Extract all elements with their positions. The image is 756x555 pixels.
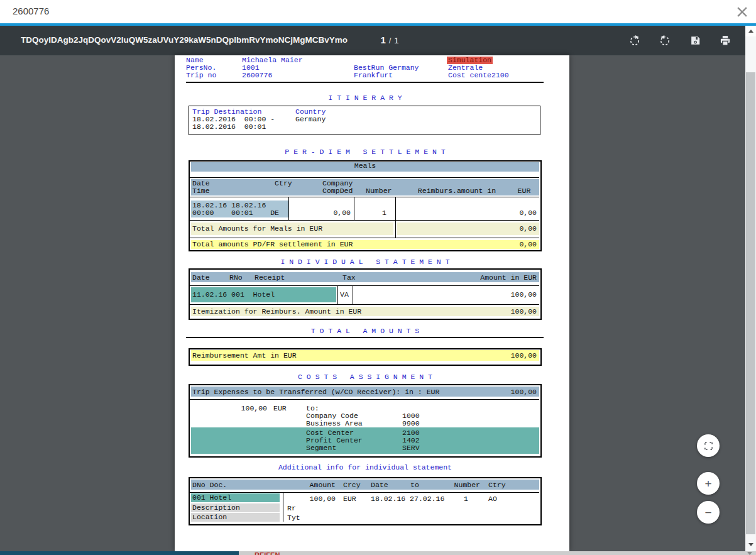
additional-header-band (191, 480, 539, 490)
print-button[interactable] (710, 26, 740, 55)
additional-h-dno: DNo Doc. (192, 481, 227, 489)
rotate-counterclockwise-button[interactable] (650, 26, 680, 55)
filter-icon (747, 552, 752, 555)
costs-field-label-4: Segment (306, 444, 336, 452)
up-arrow-icon (748, 30, 753, 33)
total-meals-label: Total Amounts for Meals in EUR (192, 225, 322, 233)
plus-icon: + (704, 478, 711, 490)
individual-h-rno: RNo (229, 274, 243, 282)
scrollbar-thumb[interactable] (746, 72, 755, 534)
itinerary-date2: 18.02.2016 00:01 (192, 123, 266, 131)
hdr-label-tripno: Trip no (186, 72, 216, 79)
costs-amount: 100,00 (212, 405, 267, 412)
dialog-titlebar: 2600776 (0, 0, 756, 23)
individual-h-amount: Amount in EUR (426, 274, 537, 282)
perdiem-title: P E R - D I E M S E T T L E M E N T (189, 148, 542, 156)
additional-h-number: Number (451, 481, 480, 489)
additional-h-ctry: Ctry (488, 481, 506, 489)
zoom-in-button[interactable]: + (697, 472, 720, 495)
header-rule (186, 82, 544, 83)
individual-h-tax: Tax (342, 274, 356, 282)
hdr-city: Frankfurt (354, 72, 393, 79)
page-total: 1 (394, 36, 398, 45)
fit-to-page-button[interactable] (697, 434, 720, 457)
individual-tax: VA (340, 291, 349, 299)
pdf-filename: TDQoyIDAgb2JqDQovV2luQW5zaUVuY29kaW5nDQp… (21, 35, 348, 45)
background-red-text-fragment: REIFEN (255, 551, 280, 555)
meals-col-border1 (288, 197, 289, 220)
hdr-costcenter: Cost cente2100 (448, 72, 509, 79)
rotate-clockwise-button[interactable] (620, 26, 650, 55)
individual-entry: 11.02.16 001 Hotel (192, 291, 275, 299)
vertical-scrollbar[interactable] (745, 26, 756, 551)
individual-divider1 (190, 285, 539, 286)
additional-amount: 100,00 (285, 495, 336, 503)
additional-location-label: Location (192, 514, 227, 521)
meals-divider1 (190, 177, 539, 178)
additional-doc: 001 Hotel (192, 494, 231, 502)
individual-amount: 100,00 (464, 291, 537, 299)
additional-number: 1 (445, 495, 468, 503)
itinerary-country: Germany (295, 116, 326, 123)
individual-h-date: Date (192, 274, 210, 282)
additional-crcy: EUR (343, 495, 356, 503)
reimbursement-value: 100,00 (464, 352, 537, 360)
hdr-value-tripno: 2600776 (242, 72, 272, 79)
additional-description-value: Rr (287, 505, 296, 512)
costs-header-value: 100,00 (464, 388, 537, 396)
additional-col-border (283, 492, 283, 522)
meals-col-border3 (395, 197, 396, 220)
down-arrow-icon (748, 543, 753, 546)
scrollbar-up-button[interactable] (745, 26, 756, 36)
costs-header-label: Trip Expenses to be Transferred (w/CO Re… (192, 388, 439, 396)
meals-compded-value: 0,00 (294, 209, 351, 217)
close-icon[interactable] (737, 6, 748, 18)
additional-location-value: Tyt (287, 514, 300, 522)
save-button[interactable] (680, 26, 710, 55)
background-app-strip: REIFEN (0, 551, 756, 555)
scrollbar-down-button[interactable] (745, 539, 756, 550)
additional-title: Additional info for individual statement (189, 464, 542, 471)
page-indicator: 1/1 (352, 35, 427, 45)
additional-h-date: Date (371, 481, 388, 489)
rotate-clockwise-icon (628, 35, 641, 47)
additional-h-amount: Amount (285, 481, 336, 489)
total-pdfr-label: Total amounts PD/FR settlement in EUR (192, 241, 353, 248)
meals-band: Meals (191, 162, 539, 172)
minus-icon: − (704, 507, 711, 519)
meals-header-line2: Time CompDed Number Reimburs.amount in E… (192, 187, 530, 195)
individual-title: I N D I V I D U A L S T A T E M E N T (189, 258, 542, 266)
individual-divider2 (190, 304, 539, 305)
itinerary-title: I T I N E R A R Y (189, 94, 542, 102)
pdf-toolbar: TDQoyIDAgb2JqDQovV2luQW5zaUVuY29kaW5nDQp… (0, 26, 745, 55)
meals-divider4 (190, 238, 539, 238)
costs-field-value-1: 9900 (402, 420, 420, 427)
total-meals-value: 0,00 (464, 225, 537, 233)
background-navy-bar (0, 551, 239, 555)
zoom-out-button[interactable]: − (697, 501, 720, 524)
additional-divider (190, 492, 539, 493)
totals-rule (186, 337, 544, 338)
costs-currency: EUR (273, 405, 287, 412)
costs-teal-band (191, 427, 539, 454)
additional-ctry: AO (488, 495, 497, 503)
additional-h-to: to (410, 481, 419, 489)
save-icon (689, 35, 701, 47)
total-pdfr-value: 0,00 (464, 241, 537, 248)
total-meals-border (395, 220, 396, 238)
pdf-viewer-area: Name Michaela Maier Simulation PersNo. 1… (0, 55, 745, 551)
additional-dates: 18.02.16 27.02.16 (371, 495, 444, 503)
print-icon (719, 35, 731, 47)
fullscreen-icon (703, 441, 714, 451)
costs-field-label-1: Business Area (306, 420, 363, 427)
reimbursement-label: Reimbursement Amt in EUR (192, 352, 297, 360)
meals-divider2 (190, 197, 539, 197)
page-current: 1 (380, 35, 385, 45)
toolbar-buttons (620, 26, 740, 55)
page-separator: / (389, 36, 392, 45)
additional-h-crcy: Crcy (343, 481, 361, 489)
costs-divider (190, 399, 539, 400)
individual-h-receipt: Receipt (255, 274, 285, 282)
pdf-page: Name Michaela Maier Simulation PersNo. 1… (175, 55, 569, 551)
totals-title: T O T A L A M O U N T S (189, 327, 542, 335)
